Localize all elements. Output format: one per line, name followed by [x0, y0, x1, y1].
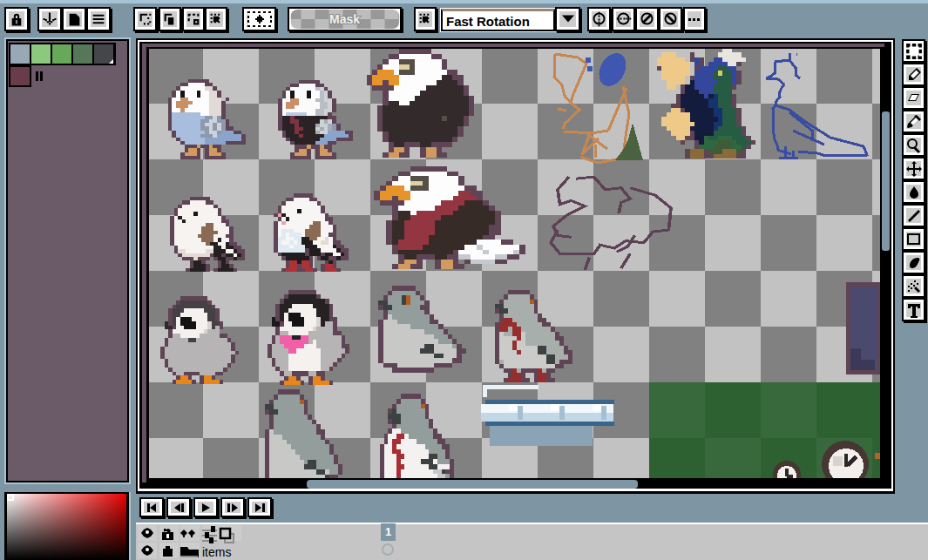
svg-text:Mask: Mask [329, 12, 359, 26]
svg-text:items: items [202, 545, 231, 559]
